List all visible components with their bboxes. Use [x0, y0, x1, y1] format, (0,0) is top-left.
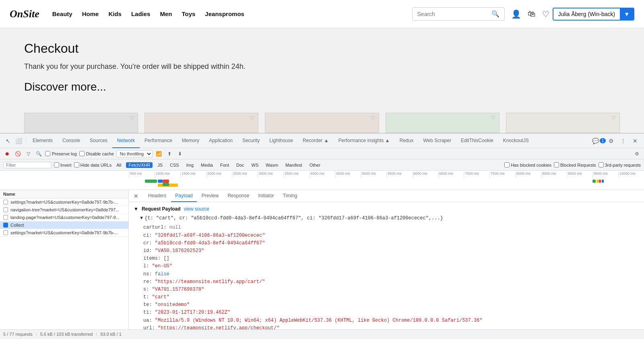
tab-lighthouse[interactable]: Lighthouse	[264, 134, 298, 148]
detail-tab-initiator[interactable]: Initiator	[254, 190, 278, 202]
nav-beauty[interactable]: Beauty	[52, 10, 72, 17]
has-blocked-cookies-checkbox[interactable]: Has blocked cookies	[504, 162, 551, 167]
close-detail-icon[interactable]: ✕	[132, 192, 140, 200]
settings-icon[interactable]: ⚙	[606, 136, 616, 146]
filter-type-js[interactable]: JS	[155, 162, 165, 168]
detail-tab-preview[interactable]: Preview	[198, 190, 223, 202]
list-item[interactable]: navigation-tree?market=US&customerKey=0a…	[0, 206, 128, 214]
user-dropdown-arrow-icon[interactable]: ▼	[620, 8, 634, 20]
detail-tab-timing[interactable]: Timing	[279, 190, 301, 202]
blocked-requests-input[interactable]	[554, 162, 559, 167]
nav-ladies[interactable]: Ladies	[131, 10, 151, 17]
chat-icon[interactable]: 💬1	[594, 136, 604, 146]
tab-security[interactable]: Security	[237, 134, 264, 148]
payload-field-cr: cr: "a5b10ccd-fdd0-4da3-8ef4-0494ca64ff6…	[143, 240, 639, 247]
wifi-icon[interactable]: 📶	[155, 150, 163, 158]
filter-type-media[interactable]: Media	[198, 162, 215, 168]
view-source-link[interactable]: view source	[184, 205, 209, 213]
tab-recorder[interactable]: Recorder ▲	[298, 134, 334, 148]
product-thumb-4[interactable]: ♡	[386, 113, 500, 133]
filter-input[interactable]	[3, 162, 52, 168]
account-icon[interactable]: 👤	[511, 9, 521, 19]
tab-perf-insights[interactable]: Performance insights ▲	[334, 134, 395, 148]
payload-value: null	[169, 224, 181, 232]
list-item-collect[interactable]: Collect	[0, 221, 128, 229]
req-checkbox-3[interactable]	[3, 215, 8, 220]
filter-type-other[interactable]: Other	[307, 162, 323, 168]
tab-web-scraper[interactable]: Web Scraper	[418, 134, 456, 148]
cursor-icon[interactable]: ↖	[3, 136, 13, 146]
throttle-select[interactable]: No throttling	[116, 150, 153, 157]
tab-knockoutjs[interactable]: KnockoutJS	[498, 134, 534, 148]
filter-type-fetchxhr[interactable]: Fetch/XHR	[126, 162, 153, 168]
search-input[interactable]	[417, 11, 488, 17]
hide-data-input[interactable]	[74, 162, 79, 167]
wishlist-icon-5[interactable]: ♡	[611, 115, 616, 121]
tab-elements[interactable]: Elements	[28, 134, 58, 148]
filter-type-css[interactable]: CSS	[167, 162, 182, 168]
nav-toys[interactable]: Toys	[182, 10, 195, 17]
product-thumb-5[interactable]: ♡	[506, 113, 620, 133]
req-checkbox-2[interactable]	[3, 207, 8, 212]
filter-type-all[interactable]: All	[114, 162, 124, 168]
list-item[interactable]: settings?market=US&customerKey=0a8de797-…	[0, 229, 128, 237]
product-thumb-3[interactable]: ♡	[265, 113, 379, 133]
req-checkbox-1[interactable]	[3, 200, 8, 205]
detail-tab-payload[interactable]: Payload	[171, 190, 196, 202]
filter-type-ws[interactable]: WS	[249, 162, 261, 168]
third-party-input[interactable]	[599, 162, 604, 167]
wishlist-icon[interactable]: ♡	[542, 9, 549, 19]
filter-type-manifest[interactable]: Manifest	[283, 162, 305, 168]
req-checkbox-5[interactable]	[3, 230, 8, 235]
blocked-requests-checkbox[interactable]: Blocked Requests	[554, 162, 596, 167]
detail-tab-response[interactable]: Response	[223, 190, 253, 202]
wishlist-icon-4[interactable]: ♡	[491, 115, 496, 121]
tab-console[interactable]: Console	[58, 134, 85, 148]
nav-home[interactable]: Home	[82, 10, 99, 17]
list-item[interactable]: landing-page?market=US&customerKey=0a8de…	[0, 214, 128, 221]
filter-type-doc[interactable]: Doc	[234, 162, 247, 168]
wishlist-icon-3[interactable]: ♡	[370, 115, 376, 121]
download-icon[interactable]: ⬇	[176, 150, 184, 158]
nav-men[interactable]: Men	[160, 10, 172, 17]
filter-icon[interactable]: ▽	[24, 150, 32, 158]
product-thumb-1[interactable]: ♡	[24, 113, 138, 133]
nav-kids[interactable]: Kids	[108, 10, 122, 17]
invert-input[interactable]	[54, 162, 59, 167]
third-party-checkbox[interactable]: 3rd-party requests	[599, 162, 641, 167]
preserve-log-input[interactable]	[45, 151, 50, 156]
filter-type-font[interactable]: Font	[218, 162, 231, 168]
tab-performance[interactable]: Performance	[140, 134, 177, 148]
invert-checkbox[interactable]: Invert	[54, 162, 72, 167]
req-checkbox-4[interactable]	[3, 223, 8, 227]
disable-cache-checkbox[interactable]: Disable cache	[79, 151, 114, 156]
inspect-icon[interactable]: ⬜	[14, 136, 23, 146]
filter-type-wasm[interactable]: Wasm	[263, 162, 281, 168]
filter-type-img[interactable]: Img	[184, 162, 196, 168]
tab-editthiscookie[interactable]: EditThisCookie	[456, 134, 498, 148]
nav-jeanspromos[interactable]: Jeanspromos	[205, 10, 244, 17]
tab-memory[interactable]: Memory	[177, 134, 204, 148]
wishlist-icon-2[interactable]: ♡	[250, 115, 255, 121]
more-options-icon[interactable]: ⋮	[618, 136, 628, 146]
product-thumb-2[interactable]: ♡	[144, 113, 258, 133]
close-devtools-icon[interactable]: ✕	[630, 136, 640, 146]
hide-data-checkbox[interactable]: Hide data URLs	[74, 162, 112, 167]
cart-icon[interactable]: 🛍	[528, 9, 536, 19]
list-item[interactable]: settings?market=US&customerKey=0a8de797-…	[0, 198, 128, 206]
disable-cache-input[interactable]	[79, 151, 85, 156]
tab-redux[interactable]: Redux	[394, 134, 418, 148]
detail-tab-headers[interactable]: Headers	[144, 190, 170, 202]
preserve-log-checkbox[interactable]: Preserve log	[45, 151, 77, 156]
user-dropdown[interactable]: Julia Åberg (Win-back) ▼	[553, 8, 634, 21]
tab-network[interactable]: Network	[112, 134, 140, 148]
tab-application[interactable]: Application	[204, 134, 237, 148]
tab-sources[interactable]: Sources	[85, 134, 112, 148]
upload-icon[interactable]: ⬆	[165, 150, 173, 158]
search-network-icon[interactable]: 🔍	[35, 150, 43, 158]
record-button[interactable]: ⏺	[3, 150, 11, 158]
settings-network-icon[interactable]: ⚙	[633, 150, 641, 158]
wishlist-icon-1[interactable]: ♡	[129, 115, 134, 121]
has-blocked-cookies-input[interactable]	[504, 162, 510, 167]
clear-button[interactable]: 🚫	[14, 150, 22, 158]
